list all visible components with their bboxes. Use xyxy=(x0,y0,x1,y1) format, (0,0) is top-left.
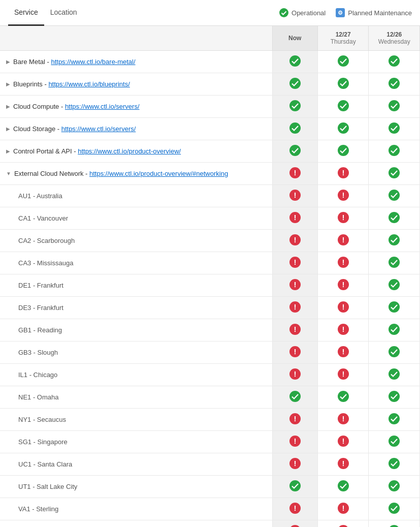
svg-text:!: ! xyxy=(294,325,296,333)
expand-chevron[interactable]: ▼ xyxy=(6,171,11,176)
error-icon: ! xyxy=(289,279,301,290)
service-link[interactable]: https://www.ctl.io/product-overview/#net… xyxy=(89,170,228,177)
table-row: DE3 - Frankfurt ! ! xyxy=(0,297,420,319)
service-link[interactable]: https://www.ctl.io/servers/ xyxy=(61,125,136,133)
service-text: Cloud Storage - https://www.ctl.io/serve… xyxy=(13,125,136,133)
status-date2 xyxy=(369,476,420,498)
svg-point-80 xyxy=(389,436,400,447)
svg-point-4 xyxy=(338,55,349,67)
table-row: ▶ Bare Metal - https://www.ctl.io/bare-m… xyxy=(0,51,420,73)
svg-point-10 xyxy=(338,100,349,111)
ok-icon xyxy=(389,413,400,424)
service-link[interactable]: https://www.ctl.io/bare-metal/ xyxy=(51,58,135,66)
svg-text:!: ! xyxy=(342,459,344,468)
expand-chevron[interactable]: ▶ xyxy=(6,81,10,87)
expand-chevron[interactable]: ▶ xyxy=(6,104,10,109)
status-date2 xyxy=(369,252,420,274)
service-label: Cloud Storage - xyxy=(13,125,61,133)
status-date2 xyxy=(369,185,420,207)
status-date1 xyxy=(317,476,369,498)
status-date2 xyxy=(369,431,420,453)
svg-text:!: ! xyxy=(342,325,344,333)
ok-icon xyxy=(338,391,349,402)
ok-icon xyxy=(389,346,400,357)
ok-icon xyxy=(289,391,301,402)
svg-point-88 xyxy=(389,480,400,491)
error-icon: ! xyxy=(338,525,349,527)
status-date1 xyxy=(317,118,369,140)
service-link[interactable]: https://www.ctl.io/product-overview/ xyxy=(78,147,181,155)
error-icon: ! xyxy=(338,436,349,447)
error-icon: ! xyxy=(289,324,301,335)
svg-point-27 xyxy=(389,190,400,201)
ok-icon xyxy=(389,122,400,134)
ok-icon xyxy=(389,279,400,290)
ok-icon xyxy=(338,100,349,111)
service-name-cell: CA1 - Vancouver xyxy=(0,207,272,230)
ok-icon xyxy=(389,480,400,491)
error-icon: ! xyxy=(289,346,301,357)
status-date2 xyxy=(369,386,420,409)
error-icon: ! xyxy=(289,525,301,527)
error-icon: ! xyxy=(338,324,349,335)
table-row: ▶ Cloud Storage - https://www.ctl.io/ser… xyxy=(0,118,420,140)
svg-point-93 xyxy=(389,503,400,514)
status-date1 xyxy=(317,51,369,73)
status-date1: ! xyxy=(317,520,369,528)
legend-operational-label: Operational xyxy=(292,9,326,17)
table-row: UC1 - Santa Clara ! ! xyxy=(0,453,420,476)
svg-point-15 xyxy=(289,145,301,156)
svg-point-0 xyxy=(279,8,288,17)
ok-icon xyxy=(389,55,400,67)
col-date1-day: Thursday xyxy=(324,38,363,45)
error-icon: ! xyxy=(338,234,349,245)
error-icon: ! xyxy=(289,368,301,380)
service-label: Control Portal & API - xyxy=(13,147,78,155)
tab-service[interactable]: Service xyxy=(8,0,44,26)
table-row: ▶ Cloud Compute - https://www.ctl.io/ser… xyxy=(0,96,420,118)
status-date1 xyxy=(317,96,369,118)
svg-point-57 xyxy=(389,324,400,335)
table-row: ▶ Blueprints - https://www.ctl.io/bluepr… xyxy=(0,73,420,96)
svg-text:!: ! xyxy=(294,168,296,177)
expand-chevron[interactable]: ▶ xyxy=(6,126,10,132)
svg-point-69 xyxy=(338,391,349,402)
ok-icon xyxy=(289,78,301,89)
status-date1: ! xyxy=(317,207,369,230)
svg-point-70 xyxy=(389,391,400,402)
service-name-cell: SG1 - Singapore xyxy=(0,431,272,453)
service-name-cell: ▶ Control Portal & API - https://www.ctl… xyxy=(0,140,272,163)
svg-text:!: ! xyxy=(342,258,344,266)
svg-point-62 xyxy=(389,346,400,357)
status-now xyxy=(272,96,317,118)
legend-operational: Operational xyxy=(279,8,326,17)
service-link[interactable]: https://www.ctl.io/servers/ xyxy=(65,103,140,110)
tab-location[interactable]: Location xyxy=(44,0,83,26)
ok-icon xyxy=(389,257,400,268)
status-now: ! xyxy=(272,319,317,342)
status-now: ! xyxy=(272,453,317,476)
status-now: ! xyxy=(272,185,317,207)
expand-chevron[interactable]: ▶ xyxy=(6,148,10,154)
status-date2 xyxy=(369,364,420,386)
service-name-cell: ▶ Cloud Compute - https://www.ctl.io/ser… xyxy=(0,96,272,118)
service-name-cell: VA2 - Sterling xyxy=(0,520,272,528)
ok-icon xyxy=(289,122,301,134)
service-link[interactable]: https://www.ctl.io/blueprints/ xyxy=(48,80,130,88)
error-icon: ! xyxy=(289,167,301,178)
status-now: ! xyxy=(272,409,317,431)
svg-point-52 xyxy=(389,301,400,313)
svg-text:!: ! xyxy=(294,280,296,289)
service-name-cell: ▶ Blueprints - https://www.ctl.io/bluepr… xyxy=(0,73,272,96)
error-icon: ! xyxy=(338,346,349,357)
service-text: Control Portal & API - https://www.ctl.i… xyxy=(13,147,181,155)
svg-point-47 xyxy=(389,279,400,290)
expand-chevron[interactable]: ▶ xyxy=(6,59,10,65)
service-text: External Cloud Network - https://www.ctl… xyxy=(14,170,228,177)
svg-text:!: ! xyxy=(342,302,344,311)
error-icon: ! xyxy=(338,279,349,290)
status-date2 xyxy=(369,163,420,185)
status-date1: ! xyxy=(317,252,369,274)
table-row: NE1 - Omaha xyxy=(0,386,420,409)
svg-point-8 xyxy=(389,78,400,89)
